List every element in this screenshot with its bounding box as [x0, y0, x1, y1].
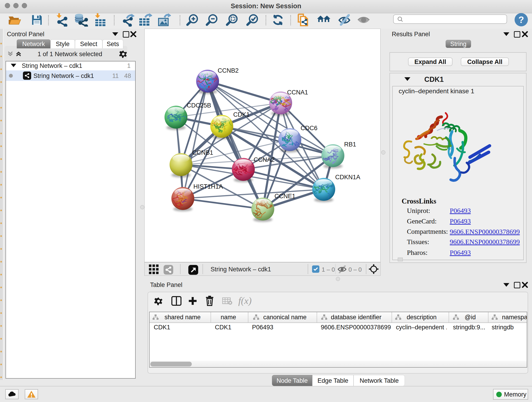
svg-text:CCNB1: CCNB1: [192, 149, 213, 156]
svg-text:CCNA1: CCNA1: [287, 89, 308, 96]
svg-text:CDKN1A: CDKN1A: [335, 174, 360, 181]
svg-text:CCNE1: CCNE1: [274, 193, 296, 200]
svg-text:RB1: RB1: [344, 141, 356, 148]
svg-text:CCNA2: CCNA2: [254, 156, 275, 163]
svg-text:CDC25B: CDC25B: [187, 102, 211, 109]
svg-text:CDK1: CDK1: [233, 111, 250, 118]
svg-text:CCNB2: CCNB2: [218, 67, 239, 74]
svg-text:CDC6: CDC6: [301, 125, 317, 132]
svg-text:HIST1H1A: HIST1H1A: [193, 183, 223, 190]
